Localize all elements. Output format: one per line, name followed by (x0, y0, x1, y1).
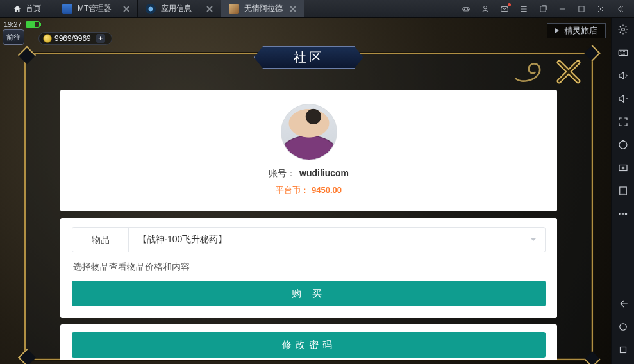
dialog-title: 社区 (254, 46, 363, 69)
profile-panel: 账号：wudiliucom 平台币：9450.00 (60, 90, 557, 211)
tab-home-label: 首页 (26, 3, 41, 14)
tab-close-button[interactable] (205, 4, 214, 13)
svg-point-7 (621, 28, 624, 31)
window-maximize-button[interactable] (576, 4, 587, 14)
popout-icon[interactable] (538, 4, 548, 14)
account-row: 账号：wudiliucom (72, 168, 546, 179)
platform-coin-row: 平台币：9450.00 (72, 185, 546, 196)
close-icon (206, 6, 213, 12)
account-label: 账号： (269, 168, 296, 178)
buy-button-label: 购 买 (292, 288, 325, 299)
svg-point-3 (484, 6, 487, 9)
hud-clock: 19:27 (4, 21, 22, 28)
tab-home[interactable]: 首页 (0, 0, 54, 17)
svg-point-9 (619, 141, 627, 149)
svg-rect-5 (540, 6, 546, 11)
volume-up-icon[interactable] (617, 69, 630, 82)
record-icon[interactable] (617, 138, 630, 151)
svg-point-14 (625, 213, 626, 215)
tab-label: 应用信息 (161, 3, 192, 14)
chevron-down-icon (522, 236, 545, 244)
battery-icon (26, 21, 40, 28)
gamepad-icon[interactable] (461, 4, 471, 14)
coin-label: 平台币： (276, 185, 309, 195)
purchase-hint: 选择物品查看物品价格和内容 (73, 261, 544, 273)
hud-back-button[interactable]: 前往 (3, 29, 24, 45)
account-value: wudiliucom (299, 168, 349, 178)
dialog-close-button[interactable] (553, 59, 584, 85)
apk-icon[interactable] (617, 185, 630, 197)
game-viewport: 19:27 前往 9969/9969 + 精灵旅店 社区 (0, 18, 611, 364)
window-minimize-button[interactable] (557, 4, 567, 14)
app-icon-gear (146, 4, 156, 14)
emulator-sidebar (611, 18, 634, 364)
add-currency-button[interactable]: + (96, 34, 105, 43)
hud-currency[interactable]: 9969/9969 + (38, 32, 112, 45)
window-close-button[interactable] (596, 4, 606, 14)
svg-point-13 (622, 213, 623, 215)
tab-game[interactable]: 无情阿拉德 (221, 0, 304, 17)
app-icon-game (229, 4, 239, 14)
nav-recents-icon[interactable] (617, 343, 630, 356)
menu-icon[interactable] (519, 4, 529, 14)
buy-button[interactable]: 购 买 (72, 281, 546, 306)
hud-back-label: 前往 (6, 33, 21, 42)
item-select[interactable]: 物品 【战神·100飞升秘药】 (72, 227, 546, 252)
svg-point-15 (619, 324, 626, 331)
close-icon (290, 6, 296, 12)
nav-home-icon[interactable] (617, 320, 630, 333)
svg-point-1 (467, 8, 468, 9)
hud-status: 19:27 (4, 21, 40, 28)
hud-banner-label: 精灵旅店 (564, 25, 597, 37)
svg-point-12 (619, 213, 621, 215)
fullscreen-icon[interactable] (617, 115, 630, 128)
svg-rect-16 (620, 347, 626, 353)
nav-back-icon[interactable] (617, 297, 630, 310)
change-password-label: 修改密码 (282, 339, 336, 350)
tab-mt-manager[interactable]: MT管理器 (54, 0, 138, 17)
close-icon (123, 6, 129, 12)
svg-point-2 (468, 9, 469, 10)
coin-icon (43, 34, 52, 43)
volume-down-icon[interactable] (617, 92, 630, 105)
settings-icon[interactable] (617, 23, 630, 36)
purchase-panel: 物品 【战神·100飞升秘药】 选择物品查看物品价格和内容 购 买 (60, 218, 557, 318)
svg-rect-6 (579, 6, 584, 11)
emulator-window-controls (452, 0, 634, 17)
tab-label: MT管理器 (78, 3, 112, 14)
change-password-button[interactable]: 修改密码 (72, 332, 546, 358)
community-dialog: 社区 账号：wudiliucom 平台币：9450.00 (24, 53, 593, 360)
password-panel: 修改密码 (60, 324, 557, 360)
play-icon (555, 28, 559, 33)
dialog-title-text: 社区 (294, 50, 324, 64)
avatar (281, 104, 337, 160)
keyboard-icon[interactable] (617, 46, 630, 59)
hud-currency-value: 9969/9969 (54, 34, 91, 43)
add-window-icon[interactable] (617, 161, 630, 174)
dialog-ornament-icon (510, 59, 548, 85)
user-icon[interactable] (480, 4, 490, 14)
home-icon (13, 4, 22, 13)
tab-label: 无情阿拉德 (244, 3, 283, 14)
collapse-sidebar-icon[interactable] (615, 4, 625, 14)
tab-app-info[interactable]: 应用信息 (138, 0, 221, 17)
hud-banner[interactable]: 精灵旅店 (547, 23, 606, 38)
emulator-tab-strip: 首页 MT管理器 应用信息 无情阿拉德 (0, 0, 634, 18)
mail-icon[interactable] (499, 4, 510, 14)
coin-value: 9450.00 (312, 185, 342, 195)
item-select-label: 物品 (72, 227, 129, 252)
svg-rect-4 (501, 6, 508, 11)
more-icon[interactable] (617, 208, 630, 220)
item-select-value: 【战神·100飞升秘药】 (129, 234, 522, 245)
tab-close-button[interactable] (288, 4, 297, 13)
tab-close-button[interactable] (122, 4, 131, 13)
close-x-icon (555, 58, 582, 85)
app-icon-mt (62, 4, 72, 14)
